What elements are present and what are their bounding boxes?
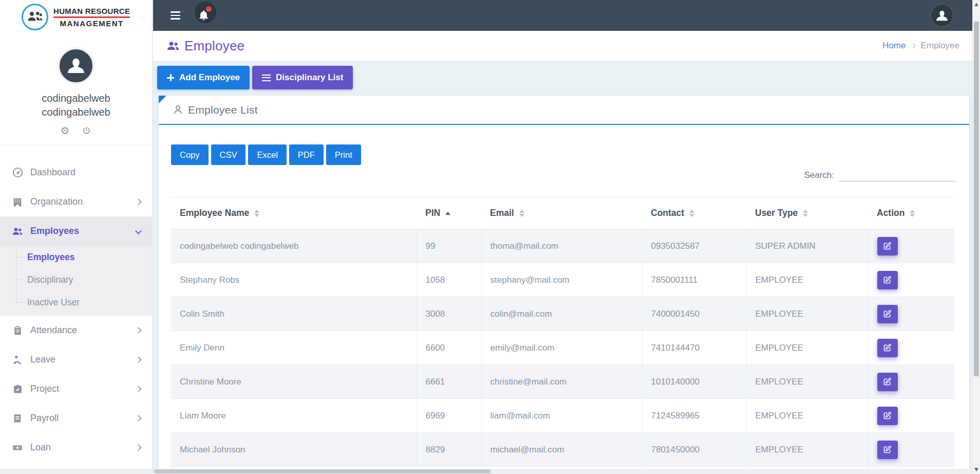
building-icon (11, 196, 24, 208)
cell-pin: 6969 (417, 399, 481, 433)
submenu-item-employees[interactable]: Employees (0, 246, 152, 268)
export-pdf-button[interactable]: PDF (289, 144, 324, 165)
employees-people-icon (11, 225, 24, 238)
clipboard-icon (11, 324, 24, 337)
page-actions: Add Employee Disciplinary List (153, 61, 972, 89)
sidebar-item-payroll[interactable]: Payroll (0, 404, 152, 433)
edit-pencil-icon (883, 411, 892, 420)
scroll-up-arrow-icon[interactable] (974, 3, 978, 6)
profile-actions: ⚙ (0, 125, 152, 136)
employee-row: Emily Denn6600emily@mail.com7410144470EM… (171, 331, 955, 365)
cell-user-type: EMPLOYEE (746, 433, 868, 467)
horizontal-scrollbar[interactable] (0, 469, 972, 474)
card-title: Employee List (188, 104, 258, 116)
edit-pencil-icon (883, 242, 892, 250)
settings-gear-icon[interactable]: ⚙ (61, 125, 70, 136)
hamburger-menu-button[interactable] (168, 9, 182, 22)
column-header-contact[interactable]: Contact (642, 197, 746, 229)
cell-email: liam@mail.com (481, 399, 642, 433)
sidebar-item-dashboard[interactable]: Dashboard (0, 158, 152, 187)
cell-contact: 0935032587 (642, 229, 746, 263)
export-buttons: CopyCSVExcelPDFPrint (171, 144, 969, 165)
table-header: Employee NamePINEmailContactUser TypeAct… (171, 197, 955, 229)
sidebar-item-leave[interactable]: Leave (0, 345, 152, 374)
add-employee-label: Add Employee (179, 72, 240, 83)
user-menu-avatar[interactable] (930, 4, 954, 27)
cell-email: thoma@mail.com (481, 229, 642, 263)
edit-employee-button[interactable] (877, 441, 898, 459)
employees-submenu: Employees Disciplinary Inactive User (0, 246, 152, 316)
sidebar-item-organization[interactable]: Organization (0, 187, 152, 216)
sidebar-item-employees[interactable]: Employees (0, 216, 152, 246)
edit-employee-button[interactable] (877, 237, 898, 256)
notification-bell-button[interactable] (198, 9, 210, 22)
add-employee-button[interactable]: Add Employee (157, 66, 250, 89)
employee-row: Christine Moore6661christine@mail.com101… (171, 365, 955, 399)
export-excel-button[interactable]: Excel (248, 144, 286, 165)
cell-email: michael@mail.com (481, 433, 642, 467)
submenu-item-disciplinary[interactable]: Disciplinary (0, 268, 152, 291)
edit-pencil-icon (883, 276, 892, 284)
employee-row: Michael Johnson8829michael@mail.com78014… (171, 433, 955, 467)
submenu-item-inactive-user[interactable]: Inactive User (0, 291, 152, 314)
vertical-scrollbar-thumb[interactable] (974, 22, 979, 376)
column-header-employee-name[interactable]: Employee Name (171, 197, 417, 229)
chevron-right-icon (135, 356, 142, 363)
edit-pencil-icon (883, 445, 892, 454)
banknote-icon (11, 442, 24, 454)
breadcrumb: Home Employee (882, 41, 959, 51)
edit-employee-button[interactable] (877, 305, 898, 323)
column-label: Action (877, 208, 904, 218)
cell-email: emily@mail.com (481, 331, 642, 365)
column-label: PIN (425, 208, 440, 218)
cell-action (868, 263, 955, 297)
cell-email: christine@mail.com (481, 365, 642, 399)
table-body: codingabelweb codingabelweb99thoma@mail.… (171, 229, 955, 474)
submenu-item-label: Disciplinary (27, 275, 73, 285)
cell-action (868, 433, 955, 467)
cell-pin: 1058 (417, 263, 481, 297)
scroll-down-arrow-icon[interactable] (974, 468, 978, 471)
cell-user-type: SUPER ADMIN (746, 229, 868, 263)
search-input[interactable] (839, 169, 956, 181)
breadcrumb-home-link[interactable]: Home (882, 41, 906, 51)
edit-employee-button[interactable] (877, 271, 898, 289)
card-body: CopyCSVExcelPDFPrint Search: Employee Na… (159, 144, 969, 165)
chevron-right-icon (135, 327, 142, 334)
power-icon[interactable] (82, 126, 91, 136)
vertical-scrollbar[interactable] (972, 0, 980, 474)
cell-email: stephany@mail.com (481, 263, 642, 297)
edit-employee-button[interactable] (877, 407, 898, 425)
disciplinary-list-label: Disciplinary List (276, 72, 343, 83)
column-header-action[interactable]: Action (868, 197, 955, 229)
cell-user-type: EMPLOYEE (746, 263, 868, 297)
cell-contact: 7850001111 (642, 263, 746, 297)
column-header-user-type[interactable]: User Type (746, 197, 868, 229)
column-header-pin[interactable]: PIN (417, 197, 481, 229)
cell-pin: 6600 (417, 331, 481, 365)
edit-employee-button[interactable] (877, 373, 898, 391)
sidebar-item-project[interactable]: Project (0, 374, 152, 404)
cell-pin: 8829 (417, 433, 481, 467)
chevron-right-icon (135, 386, 142, 392)
export-print-button[interactable]: Print (326, 144, 361, 165)
disciplinary-list-button[interactable]: Disciplinary List (252, 66, 353, 89)
sidebar: HUMAN RESOURCE MANAGEMENT codingabelweb … (0, 0, 153, 474)
export-csv-button[interactable]: CSV (211, 144, 246, 165)
sidebar-item-label: Leave (30, 354, 136, 365)
column-header-email[interactable]: Email (481, 197, 642, 229)
edit-employee-button[interactable] (877, 339, 898, 357)
sidebar-item-label: Loan (30, 442, 136, 453)
sort-both-icon (689, 210, 694, 217)
submenu-item-label: Employees (27, 252, 74, 263)
employee-row: codingabelweb codingabelweb99thoma@mail.… (171, 229, 955, 263)
sidebar-item-label: Payroll (30, 413, 136, 424)
sort-both-icon (803, 210, 808, 217)
sort-both-icon (519, 210, 524, 217)
sidebar-item-label: Employees (30, 226, 136, 236)
dashboard-gauge-icon (11, 167, 24, 179)
sidebar-item-attendance[interactable]: Attendance (0, 316, 152, 345)
export-copy-button[interactable]: Copy (171, 144, 209, 165)
horizontal-scrollbar-thumb[interactable] (154, 469, 491, 473)
sidebar-item-loan[interactable]: Loan (0, 433, 152, 462)
